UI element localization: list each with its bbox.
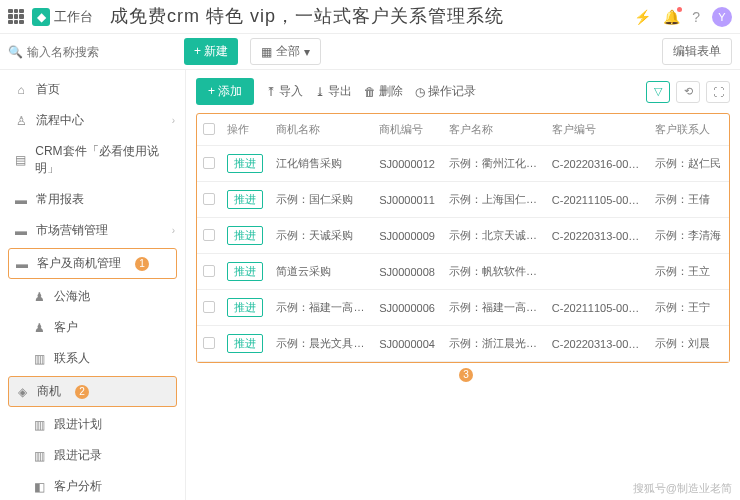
table-row[interactable]: 推进简道云采购SJ0000008示例：帆软软件有限公司示例：王立 [197,254,729,290]
sidebar-label: 跟进记录 [54,447,102,464]
push-button[interactable]: 推进 [227,190,263,209]
cell: 简道云采购 [270,254,373,290]
cell: SJ0000006 [373,290,443,326]
cell: 示例：北京天诚软件… [443,218,546,254]
sidebar-icon: ♟ [32,290,46,304]
cell: 示例：上海国仁有限… [443,182,546,218]
sidebar-item[interactable]: ⌂首页 [0,74,185,105]
expand-icon[interactable]: ⛶ [706,81,730,103]
sidebar-icon: ▬ [14,193,28,207]
table-row[interactable]: 推进江化销售采购SJ0000012示例：衢州江化集团C-20220316-000… [197,146,729,182]
cell: 示例：赵仁民 [649,146,729,182]
sidebar-item[interactable]: ♟客户 [0,312,185,343]
sidebar-label: 联系人 [54,350,90,367]
cell: SJ0000004 [373,326,443,362]
filter-icon[interactable]: ▽ [646,81,670,103]
push-button[interactable]: 推进 [227,226,263,245]
avatar[interactable]: Y [712,7,732,27]
sidebar-item[interactable]: ▬市场营销管理› [0,215,185,246]
sidebar-label: 常用报表 [36,191,84,208]
lightning-icon[interactable]: ⚡ [634,9,651,25]
add-button[interactable]: + 添加 [196,78,254,105]
sidebar-icon: ◧ [32,480,46,494]
sidebar-label: 客户及商机管理 [37,255,121,272]
bell-icon[interactable]: 🔔 [663,9,680,25]
sidebar-item[interactable]: ▥跟进计划 [0,409,185,440]
sidebar-icon: ▥ [32,449,46,463]
delete-button[interactable]: 🗑删除 [364,83,403,100]
toolbar-row: 🔍 + 新建 ▦ 全部 ▾ 编辑表单 [0,34,740,70]
sidebar-icon: ▬ [15,257,29,271]
table-row[interactable]: 推进示例：福建一高3月订单SJ0000006示例：福建一高集团C-2021110… [197,290,729,326]
sidebar-item[interactable]: ▥联系人 [0,343,185,374]
col-header: 操作 [221,114,270,146]
sidebar-item[interactable]: ♙流程中心› [0,105,185,136]
sidebar-icon: ⌂ [14,83,28,97]
data-table: 操作商机名称商机编号客户名称客户编号客户联系人 推进江化销售采购SJ000001… [197,114,729,362]
checkbox[interactable] [203,301,215,313]
help-icon[interactable]: ? [692,9,700,25]
import-button[interactable]: ⤒导入 [266,83,303,100]
topbar-actions: ⚡ 🔔 ? Y [634,7,732,27]
callout-marker-3: 3 [196,367,730,382]
sidebar-icon: ▥ [32,418,46,432]
sidebar-item[interactable]: ◈商机2 [8,376,177,407]
search-input[interactable] [27,45,147,59]
sidebar-icon: ▤ [14,153,27,167]
refresh-icon[interactable]: ⟲ [676,81,700,103]
download-icon: ⤓ [315,85,325,99]
workspace-title[interactable]: 工作台 [54,8,93,26]
sidebar-item[interactable]: ◧客户分析 [0,471,185,500]
log-button[interactable]: ◷操作记录 [415,83,476,100]
cell [546,254,649,290]
col-header: 商机名称 [270,114,373,146]
checkbox[interactable] [203,265,215,277]
sidebar-icon: ♟ [32,321,46,335]
edit-form-button[interactable]: 编辑表单 [662,38,732,65]
col-header: 客户名称 [443,114,546,146]
overlay-headline: 成免费crm 特色 vip，一站式客户关系管理系统 [110,4,504,28]
sidebar-icon: ▬ [14,224,28,238]
sidebar-icon: ♙ [14,114,28,128]
sidebar-item[interactable]: ▥跟进记录 [0,440,185,471]
push-button[interactable]: 推进 [227,334,263,353]
cell: C-20211105-0000001 [546,182,649,218]
push-button[interactable]: 推进 [227,154,263,173]
watermark: 搜狐号@制造业老简 [633,481,732,496]
cell: SJ0000012 [373,146,443,182]
push-button[interactable]: 推进 [227,298,263,317]
sidebar-item[interactable]: ▤CRM套件「必看使用说明」 [0,136,185,184]
cell: 示例：天诚采购 [270,218,373,254]
cell: SJ0000009 [373,218,443,254]
sidebar-item[interactable]: ▬常用报表 [0,184,185,215]
new-button[interactable]: + 新建 [184,38,238,65]
cell: 示例：福建一高3月订单 [270,290,373,326]
logo-icon: ◆ [32,8,50,26]
checkbox[interactable] [203,157,215,169]
sidebar-item[interactable]: ▬客户及商机管理1 [8,248,177,279]
filter-dropdown[interactable]: ▦ 全部 ▾ [250,38,321,65]
content: + 添加 ⤒导入 ⤓导出 🗑删除 ◷操作记录 ▽ ⟲ ⛶ 操作商机名称商机编号客… [186,70,740,500]
table-row[interactable]: 推进示例：天诚采购SJ0000009示例：北京天诚软件…C-20220313-0… [197,218,729,254]
checkbox[interactable] [203,193,215,205]
push-button[interactable]: 推进 [227,262,263,281]
cell: SJ0000011 [373,182,443,218]
table-row[interactable]: 推进示例：晨光文具设备…SJ0000004示例：浙江晨光文具…C-2022031… [197,326,729,362]
checkbox[interactable] [203,229,215,241]
sidebar-icon: ◈ [15,385,29,399]
apps-icon[interactable] [8,9,24,25]
sidebar-label: 公海池 [54,288,90,305]
export-button[interactable]: ⤓导出 [315,83,352,100]
table-row[interactable]: 推进示例：国仁采购SJ0000011示例：上海国仁有限…C-20211105-0… [197,182,729,218]
callout-marker: 2 [75,385,89,399]
sidebar-label: 市场营销管理 [36,222,108,239]
cell: 示例：帆软软件有限公司 [443,254,546,290]
checkbox[interactable] [203,337,215,349]
cell: 示例：王倩 [649,182,729,218]
grid-icon: ▦ [261,45,272,59]
cell: 示例：国仁采购 [270,182,373,218]
checkbox-all[interactable] [203,123,215,135]
sidebar-label: 跟进计划 [54,416,102,433]
sidebar-item[interactable]: ♟公海池 [0,281,185,312]
sidebar-label: 首页 [36,81,60,98]
